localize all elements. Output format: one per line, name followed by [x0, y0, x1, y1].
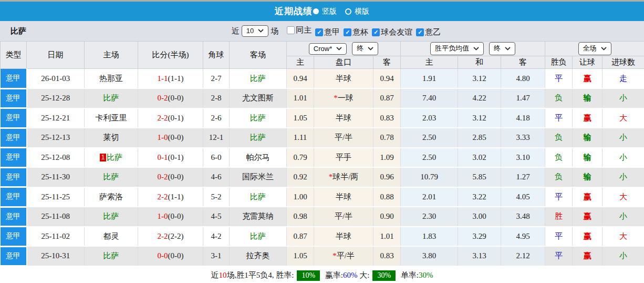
checkbox-icon[interactable]: [315, 28, 323, 36]
filter-checkbox[interactable]: 球会友谊: [372, 27, 412, 37]
away-team-cell[interactable]: 克雷莫纳: [230, 207, 287, 227]
home-team-cell[interactable]: 莱切: [85, 128, 138, 148]
checkbox-icon[interactable]: [372, 28, 380, 36]
sub-header-result: 胜负: [545, 56, 573, 69]
half-time-score: (1-1): [168, 74, 184, 83]
avg-home-cell: 2.30: [401, 207, 458, 227]
odds-home-cell: 1.01: [287, 88, 314, 108]
radio-horizontal-icon[interactable]: [345, 8, 351, 15]
league-cell[interactable]: 意甲: [1, 227, 27, 247]
away-team-cell[interactable]: 帕尔马: [230, 148, 287, 168]
let-ball-cell: 赢: [573, 187, 603, 207]
avg-home-cell: 2.50: [401, 148, 458, 168]
away-team-cell[interactable]: 比萨: [230, 187, 287, 207]
filter-checkbox[interactable]: 意杯: [344, 27, 368, 37]
home-team-cell[interactable]: 比萨: [85, 246, 138, 266]
league-cell[interactable]: 意甲: [1, 108, 27, 128]
handicap-value: 平手: [336, 153, 351, 161]
corner-cell: 2-7: [203, 69, 230, 89]
avg-home-cell: 7.40: [401, 88, 458, 108]
league-cell[interactable]: 意甲: [1, 246, 27, 266]
handicap-cell: *一球: [314, 88, 373, 108]
filter-checkbox[interactable]: 意甲: [315, 27, 340, 37]
filter-checkbox[interactable]: 意乙: [416, 27, 441, 37]
filter-checkbox[interactable]: 同主: [287, 25, 311, 35]
league-cell[interactable]: 意甲: [1, 69, 27, 89]
corner-cell: 4-2: [203, 227, 230, 247]
summary-record: 场,胜1平5负4, 胜率:: [226, 270, 294, 280]
league-cell[interactable]: 意甲: [1, 148, 27, 168]
match-row: 意甲 25-12-28 比萨 0-2(0-0) 2-8 尤文图斯 1.01 *一…: [1, 88, 644, 108]
home-team-cell[interactable]: 比萨: [85, 88, 138, 108]
radio-horizontal-label[interactable]: 横版: [355, 7, 369, 16]
date-cell: 25-12-21: [27, 108, 85, 128]
away-team-cell[interactable]: 比萨: [230, 108, 287, 128]
avg-home-cell: 2.01: [401, 187, 458, 207]
result-cell: 平: [545, 227, 573, 247]
odds-home-cell: 1.05: [287, 108, 314, 128]
home-team-cell[interactable]: 卡利亚里: [85, 108, 138, 128]
col-header-corner: 角球: [203, 42, 230, 69]
recent-results-panel: 近期战绩 竖版 横版 比萨 近 10 场 同主 意甲 意杯 球会友谊 意乙: [0, 0, 644, 283]
odds-away-cell: 0.90: [373, 207, 401, 227]
checkbox-icon[interactable]: [287, 26, 295, 34]
avg-draw-cell: 3.29: [458, 227, 501, 247]
goals-cell: 大: [603, 108, 644, 128]
win-odds-value: 60%: [343, 271, 358, 280]
let-ball-cell: 输: [573, 88, 603, 108]
home-team-cell[interactable]: 1比萨: [85, 148, 138, 168]
avg-draw-cell: 4.22: [458, 88, 501, 108]
home-team-cell[interactable]: 比萨: [85, 207, 138, 227]
away-team-cell[interactable]: 尤文图斯: [230, 88, 287, 108]
avg-away-cell: 3.48: [501, 207, 545, 227]
league-cell[interactable]: 意甲: [1, 128, 27, 148]
date-cell: 25-11-02: [27, 227, 85, 247]
full-match-select[interactable]: 全场: [578, 42, 611, 55]
full-time-score: 1-0: [158, 212, 168, 220]
team-link: 拉齐奥: [246, 251, 270, 260]
full-time-score: 2-2: [158, 193, 168, 201]
odds-away-cell: 0.83: [373, 246, 401, 266]
bookmaker-select[interactable]: Crow*: [309, 43, 347, 55]
away-team-cell[interactable]: 比萨: [230, 128, 287, 148]
let-ball-cell: 赢: [573, 246, 603, 266]
home-team-cell[interactable]: 热那亚: [85, 69, 138, 89]
team-link: 都灵: [103, 232, 119, 240]
away-team-cell[interactable]: 国际米兰: [230, 167, 287, 187]
avg-draw-cell: 3.22: [458, 187, 501, 207]
team-link: 比萨: [103, 94, 119, 102]
full-time-score: 1-0: [158, 133, 168, 142]
full-time-score: 2-2: [158, 232, 168, 240]
avg-away-cell: 1.47: [501, 88, 545, 108]
odds-time-select[interactable]: 终: [352, 42, 378, 55]
match-row: 意甲 25-10-31 比萨 0-0(0-0) 3-1 拉齐奥 1.05 *平/…: [1, 246, 644, 266]
league-cell[interactable]: 意甲: [1, 207, 27, 227]
home-team-cell[interactable]: 比萨: [85, 167, 138, 187]
handicap-value: 半球: [336, 232, 351, 240]
avg-type-select[interactable]: 胜平负均值: [430, 42, 484, 55]
league-cell[interactable]: 意甲: [1, 167, 27, 187]
radio-vertical-label[interactable]: 竖版: [322, 7, 337, 16]
match-count-select[interactable]: 10: [242, 25, 268, 37]
checkbox-icon[interactable]: [344, 28, 351, 36]
away-team-cell[interactable]: 比萨: [230, 69, 287, 89]
odds-section-header: Crow* 终: [287, 42, 401, 56]
let-ball-cell: 赢: [573, 227, 603, 247]
home-team-cell[interactable]: 萨索洛: [85, 187, 138, 207]
half-time-score: (1-1): [168, 193, 184, 201]
radio-vertical-icon[interactable]: [313, 8, 319, 14]
odds-away-cell: 0.87: [373, 88, 401, 108]
sub-header-handicap: 盘口: [314, 56, 373, 69]
corner-cell: 5-2: [203, 187, 230, 207]
away-team-cell[interactable]: 比萨: [230, 227, 287, 247]
match-row: 意甲 25-12-13 莱切 1-0(0-0) 12-1 比萨 1.11 平/半…: [1, 128, 644, 148]
home-team-cell[interactable]: 都灵: [85, 227, 138, 247]
checkbox-icon[interactable]: [416, 28, 424, 36]
away-team-cell[interactable]: 拉齐奥: [230, 246, 287, 266]
league-cell[interactable]: 意甲: [1, 88, 27, 108]
panel-title: 近期战绩: [275, 5, 313, 17]
league-cell[interactable]: 意甲: [1, 187, 27, 207]
score-cell: 0-2(0-0): [138, 88, 203, 108]
avg-time-select[interactable]: 终: [489, 42, 515, 55]
odds-home-cell: 1.05: [287, 246, 314, 266]
